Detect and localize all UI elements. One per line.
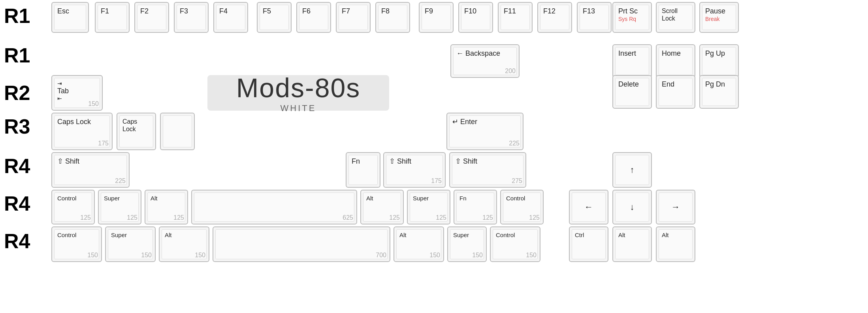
key-f6[interactable]: F6 — [296, 2, 331, 33]
key-shift-left[interactable]: ⇧ Shift 225 — [51, 152, 130, 188]
key-f13[interactable]: F13 — [577, 2, 612, 33]
key-f4[interactable]: F4 — [213, 2, 248, 33]
key-control-left-1[interactable]: Control 125 — [51, 190, 95, 224]
key-alt-2[interactable]: Alt — [656, 226, 695, 262]
key-fn-right-1-size: 125 — [482, 214, 493, 221]
key-alt-right-1[interactable]: Alt 125 — [360, 190, 404, 224]
key-delete-label: Delete — [618, 80, 639, 89]
key-shift-right-2-size: 275 — [512, 177, 522, 185]
key-caps-lock-1-label: Caps Lock — [57, 118, 91, 126]
key-tab-arrow1: ⇥ — [57, 80, 62, 87]
key-end[interactable]: End — [656, 75, 695, 109]
key-f11-label: F11 — [504, 7, 516, 16]
key-backspace[interactable]: ← Backspace 200 — [450, 44, 520, 78]
key-alt-left-1-size: 125 — [173, 214, 184, 221]
key-shift-right-1[interactable]: ⇧ Shift 175 — [383, 152, 446, 188]
key-prtsc[interactable]: Prt Sc Sys Rq — [612, 2, 652, 33]
key-pgup-label: Pg Up — [705, 49, 725, 58]
key-shift-right-2[interactable]: ⇧ Shift 275 — [449, 152, 526, 188]
key-enter[interactable]: ↵ Enter 225 — [446, 113, 523, 150]
key-f3[interactable]: F3 — [174, 2, 209, 33]
key-f2[interactable]: F2 — [134, 2, 169, 33]
key-scroll-lock-label: Scroll Lock — [662, 7, 689, 22]
key-esc[interactable]: Esc — [51, 2, 89, 33]
key-insert[interactable]: Insert — [612, 44, 652, 78]
key-control-right-2[interactable]: Control 150 — [490, 226, 540, 262]
key-left-arrow[interactable]: ← — [569, 190, 608, 224]
key-alt-right-2-size: 150 — [429, 252, 440, 259]
key-alt-right-2[interactable]: Alt 150 — [394, 226, 444, 262]
key-f7[interactable]: F7 — [336, 2, 371, 33]
key-caps-lock-2-label: Caps Lock — [122, 118, 137, 133]
key-alt-1[interactable]: Alt — [612, 226, 652, 262]
key-home[interactable]: Home — [656, 44, 695, 78]
key-f5[interactable]: F5 — [257, 2, 292, 33]
key-right-arrow[interactable]: → — [656, 190, 695, 224]
key-control-left-1-size: 125 — [80, 214, 91, 221]
key-scroll-lock[interactable]: Scroll Lock — [656, 2, 695, 33]
key-up-arrow-label: ↑ — [630, 165, 635, 175]
key-tab-size: 150 — [88, 100, 99, 107]
key-blank-caps[interactable] — [160, 113, 195, 150]
key-caps-lock-1[interactable]: Caps Lock 175 — [51, 113, 113, 150]
key-fn-right-1-label: Fn — [459, 195, 467, 202]
key-pause-sub: Break — [705, 16, 720, 22]
key-prtsc-label: Prt Sc — [618, 7, 638, 16]
key-f11[interactable]: F11 — [498, 2, 533, 33]
key-f7-label: F7 — [342, 7, 350, 16]
key-control-right-1-size: 125 — [529, 214, 540, 221]
key-shift-left-label: ⇧ Shift — [57, 157, 79, 166]
key-control-right-1[interactable]: Control 125 — [500, 190, 544, 224]
key-f9[interactable]: F9 — [419, 2, 454, 33]
key-enter-label: ↵ Enter — [452, 118, 477, 126]
key-home-label: Home — [662, 49, 681, 58]
key-fn-right-1[interactable]: Fn 125 — [454, 190, 497, 224]
key-super-left-1[interactable]: Super 125 — [98, 190, 141, 224]
key-f8[interactable]: F8 — [375, 2, 410, 33]
key-shift-right-1-label: ⇧ Shift — [389, 157, 411, 166]
key-right-arrow-label: → — [671, 202, 680, 212]
key-down-arrow[interactable]: ↓ — [612, 190, 652, 224]
key-f9-label: F9 — [425, 7, 433, 16]
key-f10[interactable]: F10 — [458, 2, 493, 33]
key-super-right-2[interactable]: Super 150 — [447, 226, 487, 262]
key-control-right-1-label: Control — [506, 195, 525, 202]
key-pgdn[interactable]: Pg Dn — [699, 75, 739, 109]
key-f8-label: F8 — [381, 7, 390, 16]
key-pgup[interactable]: Pg Up — [699, 44, 739, 78]
key-prtsc-sub: Sys Rq — [618, 16, 636, 22]
key-alt-left-1[interactable]: Alt 125 — [145, 190, 188, 224]
key-space-1[interactable]: 625 — [191, 190, 357, 224]
key-super-right-1[interactable]: Super 125 — [407, 190, 450, 224]
key-f1[interactable]: F1 — [95, 2, 130, 33]
key-alt-left-2-size: 150 — [195, 252, 205, 259]
key-pause[interactable]: Pause Break — [699, 2, 739, 33]
key-ctrl[interactable]: Ctrl — [569, 226, 608, 262]
key-left-arrow-label: ← — [584, 202, 593, 212]
key-backspace-size: 200 — [505, 68, 516, 75]
key-end-label: End — [662, 80, 674, 89]
key-f1-label: F1 — [101, 7, 109, 16]
key-backspace-label: ← Backspace — [456, 49, 500, 58]
key-fn-bottom-label: Fn — [352, 157, 360, 166]
key-fn-bottom[interactable]: Fn — [346, 152, 380, 188]
row-label-r1-2: R1 — [4, 43, 30, 67]
key-alt-left-2[interactable]: Alt 150 — [159, 226, 209, 262]
key-space-2[interactable]: 700 — [213, 226, 390, 262]
key-tab[interactable]: ⇥ Tab ⇤ 150 — [51, 75, 103, 111]
key-alt-right-1-label: Alt — [366, 195, 373, 202]
key-f13-label: F13 — [583, 7, 595, 16]
key-control-left-2[interactable]: Control 150 — [51, 226, 102, 262]
key-control-left-2-label: Control — [57, 232, 76, 239]
key-up-arrow[interactable]: ↑ — [612, 152, 652, 188]
row-label-r3: R3 — [4, 115, 30, 138]
key-delete[interactable]: Delete — [612, 75, 652, 109]
key-control-right-2-size: 150 — [526, 252, 537, 259]
key-super-left-2[interactable]: Super 150 — [105, 226, 156, 262]
key-caps-lock-1-size: 175 — [98, 140, 109, 147]
key-f12[interactable]: F12 — [537, 2, 572, 33]
key-f5-label: F5 — [263, 7, 271, 16]
row-label-r4-3: R4 — [4, 229, 30, 253]
key-pgdn-label: Pg Dn — [705, 80, 725, 89]
key-caps-lock-2[interactable]: Caps Lock — [117, 113, 156, 150]
